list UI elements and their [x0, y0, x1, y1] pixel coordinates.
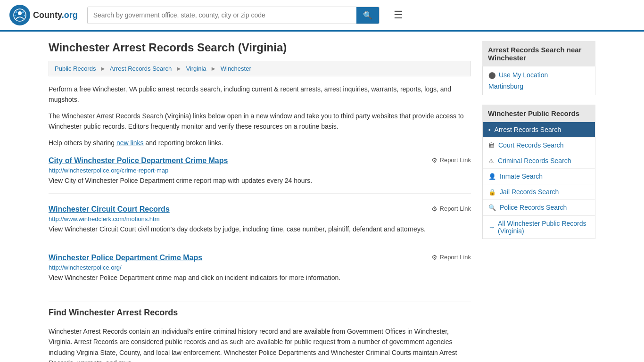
logo-icon — [9, 5, 30, 25]
svg-point-3 — [22, 11, 24, 13]
report-link-2[interactable]: ⚙ Report Link — [431, 205, 471, 213]
main-container: Winchester Arrest Records Search (Virgin… — [39, 32, 605, 362]
records-list: ▪ Arrest Records Search 🏛 Court Records … — [482, 122, 595, 239]
logo-text: County.org — [33, 10, 78, 20]
result-desc: View Winchester Circuit Court civil moti… — [49, 224, 471, 234]
result-url[interactable]: http://winchesterpolice.org/ — [49, 264, 471, 271]
breadcrumb-public-records[interactable]: Public Records — [55, 65, 96, 72]
svg-point-4 — [15, 15, 16, 16]
result-desc: View Winchester Police Department crime … — [49, 273, 471, 283]
svg-point-2 — [16, 11, 17, 13]
search-button[interactable]: 🔍 — [356, 7, 379, 24]
sidebar-item-jail-records[interactable]: 🔒 Jail Records Search — [483, 184, 595, 200]
use-location-button[interactable]: ⬤ Use My Location — [488, 71, 589, 79]
result-item: Winchester Circuit Court Records ⚙ Repor… — [49, 205, 471, 242]
find-section-heading: Find Winchester Arrest Records — [49, 302, 471, 321]
description-section: Perform a free Winchester, VA public arr… — [49, 84, 471, 148]
nearby-section: Arrest Records Search near Winchester ⬤ … — [482, 41, 595, 95]
report-link-3[interactable]: ⚙ Report Link — [431, 254, 471, 261]
result-title[interactable]: Winchester Circuit Court Records — [49, 205, 170, 214]
sidebar-item-police-records[interactable]: 🔍 Police Records Search — [483, 200, 595, 215]
report-link-1[interactable]: ⚙ Report Link — [431, 156, 471, 164]
arrow-right-icon: → — [488, 223, 495, 231]
header: County.org 🔍 ☰ — [0, 0, 644, 32]
nearby-heading: Arrest Records Search near Winchester — [482, 41, 595, 66]
sidebar-item-court-records[interactable]: 🏛 Court Records Search — [483, 138, 595, 153]
report-icon: ⚙ — [431, 156, 438, 164]
court-records-icon: 🏛 — [488, 142, 495, 149]
arrest-records-icon: ▪ — [488, 126, 491, 133]
result-desc: View City of Winchester Police Departmen… — [49, 176, 471, 186]
svg-point-5 — [24, 15, 25, 16]
sidebar: Arrest Records Search near Winchester ⬤ … — [482, 41, 595, 362]
desc-paragraph-3: Help others by sharing new links and rep… — [49, 138, 471, 148]
result-title[interactable]: City of Winchester Police Department Cri… — [49, 156, 228, 165]
search-input[interactable] — [88, 8, 356, 23]
result-url[interactable]: http://winchesterpolice.org/crime-report… — [49, 167, 471, 174]
sidebar-item-criminal-records[interactable]: ⚠ Criminal Records Search — [483, 153, 595, 169]
sidebar-item-inmate-search[interactable]: 👤 Inmate Search — [483, 169, 595, 184]
desc-paragraph-2: The Winchester Arrest Records Search (Vi… — [49, 111, 471, 132]
results-list: City of Winchester Police Department Cri… — [49, 156, 471, 290]
public-records-section: Winchester Public Records ▪ Arrest Recor… — [482, 105, 595, 239]
report-icon: ⚙ — [431, 254, 438, 261]
sidebar-location-content: ⬤ Use My Location Martinsburg — [482, 66, 595, 95]
desc-paragraph-1: Perform a free Winchester, VA public arr… — [49, 84, 471, 105]
page-title: Winchester Arrest Records Search (Virgin… — [49, 41, 471, 54]
inmate-search-icon: 👤 — [488, 173, 496, 180]
search-bar: 🔍 — [87, 7, 380, 24]
public-records-heading: Winchester Public Records — [482, 105, 595, 122]
police-records-icon: 🔍 — [488, 204, 496, 211]
breadcrumb: Public Records ► Arrest Records Search ►… — [49, 61, 471, 76]
breadcrumb-arrest-records[interactable]: Arrest Records Search — [110, 65, 172, 72]
result-title[interactable]: Winchester Police Department Crime Maps — [49, 254, 202, 262]
logo[interactable]: County.org — [9, 5, 78, 25]
martinsburg-link[interactable]: Martinsburg — [488, 82, 589, 90]
result-item: City of Winchester Police Department Cri… — [49, 156, 471, 194]
all-records-link[interactable]: → All Winchester Public Records (Virgini… — [483, 215, 595, 239]
result-url[interactable]: http://www.winfredclerk.com/motions.htm — [49, 215, 471, 222]
find-section-text: Winchester Arrest Records contain an ind… — [49, 326, 471, 362]
content-area: Winchester Arrest Records Search (Virgin… — [49, 41, 471, 362]
criminal-records-icon: ⚠ — [488, 157, 494, 165]
svg-point-1 — [18, 11, 22, 15]
report-icon: ⚙ — [431, 205, 438, 213]
menu-icon[interactable]: ☰ — [394, 9, 403, 21]
location-pin-icon: ⬤ — [488, 71, 496, 79]
sidebar-item-arrest-records[interactable]: ▪ Arrest Records Search — [483, 122, 595, 138]
breadcrumb-winchester[interactable]: Winchester — [221, 65, 251, 72]
result-item: Winchester Police Department Crime Maps … — [49, 254, 471, 290]
jail-records-icon: 🔒 — [488, 189, 496, 196]
breadcrumb-virginia[interactable]: Virginia — [186, 65, 206, 72]
new-links-link[interactable]: new links — [116, 139, 144, 147]
